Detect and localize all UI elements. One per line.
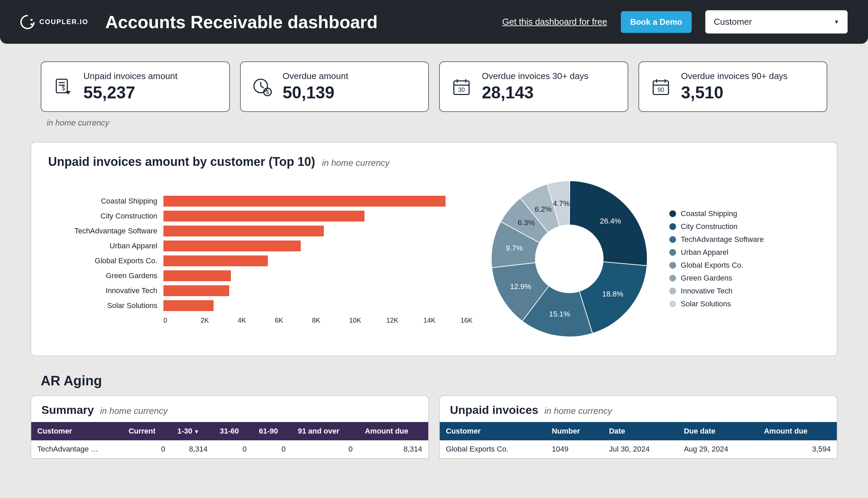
- bar-row: Coastal Shipping: [58, 194, 473, 209]
- kpi-label: Overdue invoices 90+ days: [681, 71, 788, 81]
- bar-chart: Coastal ShippingCity ConstructionTechAdv…: [48, 194, 473, 324]
- table-cell: 0: [214, 440, 253, 458]
- legend-label: Global Exports Co.: [681, 261, 744, 270]
- clock-dollar-icon: $: [252, 77, 272, 97]
- unpaid-col-header[interactable]: Date: [603, 422, 678, 440]
- bar-row: Solar Solutions: [58, 298, 473, 313]
- coupler-logo-icon: [21, 15, 35, 29]
- axis-tick: 10K: [349, 316, 387, 324]
- kpi-overdue-30: 30 Overdue invoices 30+ days 28,143: [439, 62, 628, 112]
- bar-label: Global Exports Co.: [58, 257, 163, 265]
- summary-col-header[interactable]: 61-90: [253, 422, 292, 440]
- legend-item: Innovative Tech: [669, 287, 764, 296]
- top-header: COUPLER.IO Accounts Receivable dashboard…: [0, 0, 868, 44]
- legend-label: Innovative Tech: [681, 287, 732, 296]
- unpaid-col-header[interactable]: Customer: [440, 422, 546, 440]
- kpi-label: Overdue invoices 30+ days: [482, 71, 588, 81]
- bar-fill: [163, 226, 324, 236]
- page-title: Accounts Receivable dashboard: [105, 12, 489, 32]
- summary-col-header[interactable]: 91 and over: [292, 422, 359, 440]
- bar-fill: [163, 255, 268, 266]
- legend-swatch-icon: [669, 288, 676, 294]
- get-dashboard-link[interactable]: Get this dashboard for free: [502, 17, 607, 27]
- kpi-value: 28,143: [482, 83, 588, 103]
- bar-fill: [163, 300, 214, 311]
- summary-col-header[interactable]: Current: [122, 422, 171, 440]
- table-cell: Jul 30, 2024: [603, 440, 678, 458]
- unpaid-col-header[interactable]: Number: [546, 422, 603, 440]
- bar-row: Innovative Tech: [58, 283, 473, 298]
- legend-swatch-icon: [669, 223, 676, 230]
- donut-chart: 26.4%18.8%15.1%12.9%9.7%6.3%6.2%4.7%: [486, 176, 652, 342]
- table-cell: 1049: [546, 440, 603, 458]
- axis-tick: 16K: [460, 316, 473, 324]
- legend-swatch-icon: [669, 301, 676, 307]
- bar-axis: 02K4K6K8K10K12K14K16K: [163, 316, 473, 324]
- book-demo-button[interactable]: Book a Demo: [621, 11, 692, 33]
- summary-col-header[interactable]: Amount due: [359, 422, 428, 440]
- kpi-overdue-amount: $ Overdue amount 50,139: [240, 62, 429, 112]
- unpaid-title: Unpaid invoices: [450, 403, 538, 417]
- unpaid-col-header[interactable]: Amount due: [758, 422, 837, 440]
- donut-slice-label: 4.7%: [553, 199, 570, 208]
- bar-fill: [163, 240, 301, 251]
- table-cell: 0: [292, 440, 359, 458]
- legend-label: Green Gardens: [681, 274, 732, 283]
- donut-slice-label: 9.7%: [506, 244, 523, 253]
- customer-dropdown[interactable]: Customer ▼: [705, 10, 847, 34]
- donut-slice-label: 15.1%: [549, 310, 570, 318]
- legend-swatch-icon: [669, 249, 676, 256]
- summary-table: CustomerCurrent1-3031-6061-9091 and over…: [31, 422, 428, 458]
- bar-row: TechAdvantage Software: [58, 224, 473, 238]
- axis-tick: 6K: [275, 316, 312, 324]
- bar-label: Innovative Tech: [58, 286, 163, 295]
- summary-col-header[interactable]: Customer: [31, 422, 122, 440]
- bar-label: TechAdvantage Software: [58, 227, 163, 235]
- bar-label: Green Gardens: [58, 271, 163, 280]
- svg-point-0: [21, 16, 34, 28]
- table-cell: 8,314: [171, 440, 214, 458]
- donut-legend: Coastal ShippingCity ConstructionTechAdv…: [669, 209, 764, 309]
- bar-label: Solar Solutions: [58, 301, 163, 310]
- kpi-unpaid-invoices: $ Unpaid invoices amount 55,237: [41, 62, 230, 112]
- svg-text:$: $: [266, 89, 269, 95]
- bar-label: Urban Apparel: [58, 241, 163, 250]
- axis-tick: 0: [163, 316, 201, 324]
- unpaid-table: CustomerNumberDateDue dateAmount due Glo…: [440, 422, 837, 458]
- table-cell: 8,314: [359, 440, 428, 458]
- ar-aging-heading: AR Aging: [41, 373, 838, 389]
- axis-tick: 8K: [312, 316, 349, 324]
- legend-swatch-icon: [669, 275, 676, 281]
- kpi-label: Unpaid invoices amount: [83, 71, 178, 81]
- bar-label: Coastal Shipping: [58, 197, 163, 206]
- svg-point-5: [68, 92, 69, 93]
- svg-text:$: $: [62, 85, 65, 92]
- invoice-dollar-icon: $: [53, 77, 73, 97]
- legend-item: Solar Solutions: [669, 300, 764, 309]
- summary-col-header[interactable]: 1-30: [171, 422, 214, 440]
- axis-tick: 2K: [201, 316, 238, 324]
- bar-fill: [163, 270, 231, 281]
- legend-swatch-icon: [669, 236, 676, 243]
- legend-item: Coastal Shipping: [669, 209, 764, 218]
- unpaid-col-header[interactable]: Due date: [678, 422, 758, 440]
- legend-label: Coastal Shipping: [681, 209, 737, 218]
- donut-slice-label: 18.8%: [602, 290, 623, 299]
- kpi-value: 50,139: [283, 83, 349, 103]
- legend-item: City Construction: [669, 222, 764, 231]
- unpaid-sub: in home currency: [545, 406, 612, 416]
- summary-col-header[interactable]: 31-60: [214, 422, 253, 440]
- legend-item: Urban Apparel: [669, 248, 764, 257]
- brand-logo: COUPLER.IO: [21, 15, 88, 29]
- chevron-down-icon: ▼: [834, 19, 839, 25]
- summary-title: Summary: [41, 403, 94, 417]
- calendar-90-icon: 90: [651, 77, 671, 97]
- table-cell: TechAdvantage …: [31, 440, 122, 458]
- svg-text:90: 90: [657, 87, 664, 93]
- legend-swatch-icon: [669, 262, 676, 269]
- bar-fill: [163, 285, 229, 296]
- summary-table-card: Summary in home currency CustomerCurrent…: [30, 395, 429, 459]
- table-row: TechAdvantage …08,3140008,314: [31, 440, 428, 458]
- unpaid-table-card: Unpaid invoices in home currency Custome…: [439, 395, 838, 459]
- customer-dropdown-label: Customer: [714, 17, 752, 27]
